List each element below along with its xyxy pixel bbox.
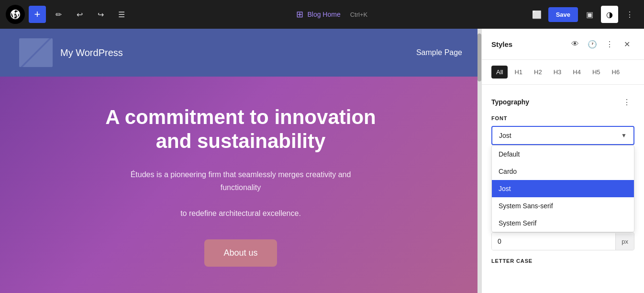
preview-button[interactable]: 👁: [567, 36, 583, 52]
sidebar-icon: ▣: [586, 10, 593, 19]
tab-all[interactable]: All: [491, 66, 508, 79]
nav-sample-page[interactable]: Sample Page: [416, 48, 462, 56]
font-option-system-sans-serif[interactable]: System Sans-serif: [492, 197, 634, 214]
view-toggle-button[interactable]: ⬜: [528, 6, 545, 23]
page-name-label: Blog Home: [307, 11, 340, 18]
panel-content: Typography ⋮ FONT Jost ▼ Default Cardo J: [482, 85, 644, 293]
font-option-default[interactable]: Default: [492, 146, 634, 163]
font-dropdown-list: Default Cardo Jost System Sans-serif Sys…: [491, 145, 634, 232]
letter-spacing-input-group: 0 px: [491, 232, 634, 250]
redo-button[interactable]: ↪: [92, 6, 109, 23]
list-icon: ☰: [118, 10, 125, 19]
canvas-area: My WordPress Sample Page A commitment to…: [0, 29, 481, 293]
font-dropdown: Jost ▼ Default Cardo Jost System Sans-se…: [491, 126, 634, 145]
document-overview-button[interactable]: ☰: [113, 6, 130, 23]
font-section-label: FONT: [491, 115, 634, 121]
toolbar-right-actions: ⬜ Save ▣ ◑ ⋮: [528, 6, 638, 23]
more-options-button[interactable]: ⋮: [621, 6, 638, 23]
panel-header: Styles 👁 🕐 ⋮ ✕: [482, 29, 644, 60]
redo-icon: ↪: [98, 10, 104, 19]
pencil-icon: ✏: [56, 10, 62, 19]
add-block-button[interactable]: +: [29, 6, 46, 23]
contrast-icon: ◑: [606, 10, 613, 19]
page-selector-area: ⊞ Blog Home Ctrl+K: [134, 6, 524, 23]
site-header: My WordPress Sample Page: [0, 29, 481, 77]
main-layout: My WordPress Sample Page A commitment to…: [0, 29, 644, 293]
styles-panel: Styles 👁 🕐 ⋮ ✕ All H1 H2 H3: [481, 29, 644, 293]
style-toggle-button[interactable]: ◑: [601, 6, 618, 23]
panel-header-icons: 👁 🕐 ⋮ ✕: [567, 36, 634, 52]
tab-h4[interactable]: H4: [568, 66, 586, 79]
site-logo: [19, 38, 53, 67]
tab-h3[interactable]: H3: [549, 66, 566, 79]
history-icon: 🕐: [588, 40, 597, 49]
tab-h5[interactable]: H5: [588, 66, 605, 79]
keyboard-shortcut: Ctrl+K: [350, 11, 367, 18]
font-option-jost[interactable]: Jost: [492, 180, 634, 197]
panel-title: Styles: [491, 40, 512, 48]
font-option-system-serif[interactable]: System Serif: [492, 214, 634, 232]
font-option-cardo[interactable]: Cardo: [492, 163, 634, 180]
scrollbar-thumb[interactable]: [477, 34, 481, 81]
typography-more-button[interactable]: ⋮: [619, 94, 634, 110]
panel-more-button[interactable]: ⋮: [602, 36, 617, 52]
close-panel-button[interactable]: ✕: [619, 36, 634, 52]
canvas-wrapper: My WordPress Sample Page A commitment to…: [0, 29, 481, 293]
about-us-button[interactable]: About us: [204, 239, 277, 267]
undo-icon: ↩: [77, 10, 83, 19]
desktop-icon: ⬜: [532, 10, 542, 19]
site-nav: Sample Page: [416, 48, 462, 57]
canvas-scrollbar[interactable]: [477, 29, 481, 293]
letter-case-section: LETTER CASE: [491, 258, 634, 264]
toolbar: + ✏ ↩ ↪ ☰ ⊞ Blog Home Ctrl+K ⬜ Save ▣ ◑ …: [0, 0, 644, 29]
selected-font-label: Jost: [499, 132, 511, 139]
more-icon: ⋮: [626, 10, 633, 19]
wp-logo-icon: [10, 9, 21, 20]
typography-section-header: Typography ⋮: [491, 94, 634, 110]
typography-label: Typography: [491, 98, 529, 106]
hero-section: A commitment to innovation and sustainab…: [0, 77, 481, 293]
undo-button[interactable]: ↩: [71, 6, 88, 23]
site-title: My WordPress: [60, 47, 123, 58]
eye-icon: 👁: [571, 40, 579, 48]
wp-logo[interactable]: [6, 5, 25, 24]
typography-more-icon: ⋮: [623, 98, 631, 107]
tab-h6[interactable]: H6: [607, 66, 625, 79]
font-label: FONT: [491, 115, 507, 121]
letter-case-label: LETTER CASE: [491, 258, 634, 264]
more-vert-icon: ⋮: [606, 40, 613, 49]
hero-title: A commitment to innovation and sustainab…: [97, 105, 384, 154]
hero-subtitle: Études is a pioneering firm that seamles…: [121, 168, 360, 220]
save-button[interactable]: Save: [548, 7, 578, 22]
page-icon: ⊞: [296, 9, 303, 20]
tools-button[interactable]: ✏: [50, 6, 67, 23]
history-button[interactable]: 🕐: [585, 36, 600, 52]
tab-h2[interactable]: H2: [529, 66, 547, 79]
close-icon: ✕: [624, 40, 630, 49]
page-selector-button[interactable]: ⊞ Blog Home: [290, 6, 346, 23]
font-select-display[interactable]: Jost ▼: [491, 126, 634, 145]
sidebar-toggle-button[interactable]: ▣: [581, 6, 598, 23]
letter-spacing-unit[interactable]: px: [615, 233, 634, 250]
heading-level-tabs: All H1 H2 H3 H4 H5 H6: [482, 60, 644, 85]
chevron-down-icon: ▼: [621, 132, 627, 139]
letter-spacing-input[interactable]: 0: [492, 233, 615, 250]
tab-h1[interactable]: H1: [510, 66, 527, 79]
site-header-left: My WordPress: [19, 38, 123, 67]
